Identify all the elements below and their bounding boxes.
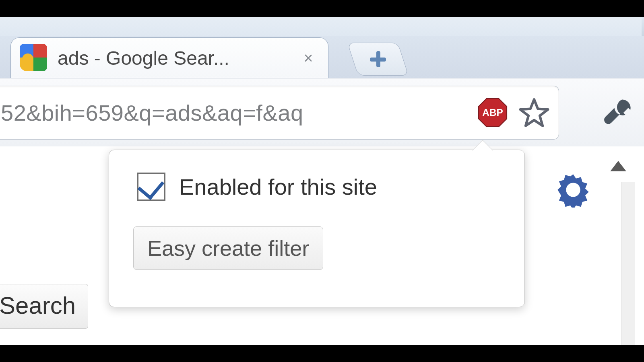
letterbox-top <box>0 0 644 17</box>
window-maximize-button[interactable] <box>411 17 451 17</box>
address-bar-text: 52&bih=659&q=ads&aq=f&aq <box>0 100 472 126</box>
google-favicon-icon <box>20 44 48 72</box>
wrench-menu-icon[interactable] <box>601 96 635 131</box>
enabled-for-site-label: Enabled for this site <box>179 174 377 200</box>
abp-extension-icon[interactable]: ABP <box>477 97 508 128</box>
search-button[interactable]: Search <box>0 284 88 329</box>
letterbox-bottom <box>0 345 644 362</box>
abp-popup: Enabled for this site Easy create filter <box>109 150 525 307</box>
search-button-label: Search <box>0 292 76 319</box>
popup-enabled-row: Enabled for this site <box>137 173 377 201</box>
bookmark-star-icon[interactable] <box>518 97 550 128</box>
easy-create-filter-button[interactable]: Easy create filter <box>133 226 323 270</box>
tab-close-icon[interactable]: × <box>299 49 318 67</box>
window-minimize-button[interactable] <box>370 17 410 17</box>
easy-create-filter-label: Easy create filter <box>147 236 309 260</box>
plus-icon <box>369 50 387 68</box>
popup-arrow-icon <box>472 140 493 151</box>
scrollbar-track[interactable] <box>621 182 635 345</box>
new-tab-button[interactable] <box>347 43 409 76</box>
svg-point-3 <box>569 185 577 194</box>
window-close-button[interactable] <box>452 17 497 17</box>
window-titlebar <box>0 17 644 37</box>
address-bar-icons: ABP <box>472 97 559 128</box>
address-bar[interactable]: 52&bih=659&q=ads&aq=f&aq ABP <box>0 86 559 140</box>
window-right-edge <box>642 17 644 36</box>
page-content: Search Enabled for this site Easy create… <box>0 146 644 345</box>
scrollbar-up-icon[interactable] <box>610 161 626 171</box>
browser-toolbar: 52&bih=659&q=ads&aq=f&aq ABP <box>0 78 644 147</box>
svg-text:ABP: ABP <box>482 107 503 118</box>
page-settings-gear-icon[interactable] <box>555 172 591 208</box>
enabled-for-site-checkbox[interactable] <box>137 173 165 201</box>
browser-window: ads - Google Sear... × 52&bih=659&q=ads&… <box>0 17 644 345</box>
tab-title: ads - Google Sear... <box>58 47 293 69</box>
tab-strip: ads - Google Sear... × <box>0 36 644 78</box>
tab-active[interactable]: ads - Google Sear... × <box>10 37 328 78</box>
